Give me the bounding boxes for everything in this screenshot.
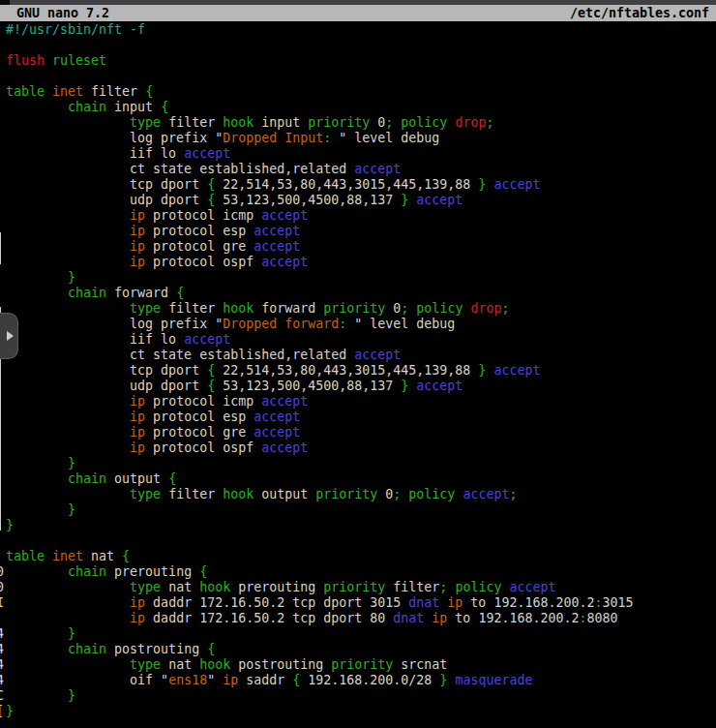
clipped-glyph: C [0, 688, 4, 704]
code-line: type filter hook input priority 0; polic… [6, 115, 634, 131]
clipped-glyph: 4 [0, 657, 4, 673]
code-line: table inet filter { [6, 84, 634, 100]
code-line: ip protocol icmp accept [6, 394, 634, 410]
left-edge-artifact-line [0, 232, 1, 264]
expand-right-arrow-icon [7, 331, 14, 341]
code-line: tcp dport { 22,514,53,80,443,3015,445,13… [6, 363, 634, 379]
code-line: ct state established,related accept [6, 348, 634, 363]
code-line: type nat hook postrouting priority srcna… [6, 657, 634, 673]
code-line: } [6, 518, 634, 533]
code-line: udp dport { 53,123,500,4500,88,137 } acc… [6, 193, 634, 208]
code-line: flush ruleset [6, 53, 634, 69]
code-line: iif lo accept [6, 332, 634, 348]
clipped-glyph: 0 [0, 564, 4, 580]
side-panel-toggle-handle[interactable] [0, 313, 18, 359]
code-line: ip protocol ospf accept [6, 440, 634, 456]
code-line: udp dport { 53,123,500,4500,88,137 } acc… [6, 379, 634, 394]
code-line: table inet nat { [6, 549, 634, 564]
nano-editor-text[interactable]: #!/usr/sbin/nft -fflush rulesettable ine… [6, 22, 634, 719]
code-line: oif "ens18" ip saddr { 192.168.200.0/28 … [6, 673, 634, 688]
clipped-glyph: 4 [0, 642, 4, 657]
clipped-glyph: I [0, 595, 4, 611]
clipped-glyph: 4 [0, 626, 4, 642]
code-line: ip protocol esp accept [6, 224, 634, 239]
code-line: iif lo accept [6, 146, 634, 162]
code-line: ip protocol gre accept [6, 239, 634, 255]
code-line [6, 533, 634, 549]
code-line: } [6, 688, 634, 704]
code-line: log prefix "Dropped Input: " level debug [6, 131, 634, 146]
code-line: log prefix "Dropped forward: " level deb… [6, 317, 634, 332]
code-line: ip daddr 172.16.50.2 tcp dport 3015 dnat… [6, 595, 634, 611]
code-line: tcp dport { 22,514,53,80,443,3015,445,13… [6, 177, 634, 193]
code-line: type filter hook forward priority 0; pol… [6, 301, 634, 317]
clipped-glyph: 0 [0, 580, 4, 595]
code-line: chain postrouting { [6, 642, 634, 657]
code-line: } [6, 270, 634, 286]
code-line: } [6, 502, 634, 518]
code-line: ip protocol ospf accept [6, 255, 634, 270]
code-line: chain input { [6, 100, 634, 115]
code-line: type nat hook prerouting priority filter… [6, 580, 634, 595]
code-line: chain output { [6, 471, 634, 487]
open-file-path: /etc/nftables.conf [570, 5, 709, 21]
code-line: chain prerouting { [6, 564, 634, 580]
code-line: ip protocol gre accept [6, 425, 634, 440]
code-line: } [6, 626, 634, 642]
clipped-glyph: [ [0, 704, 4, 719]
code-line: ct state established,related accept [6, 162, 634, 177]
code-line: ip protocol esp accept [6, 410, 634, 425]
code-line [6, 69, 634, 84]
code-line: } [6, 456, 634, 471]
code-line: ip daddr 172.16.50.2 tcp dport 80 dnat i… [6, 611, 634, 626]
nano-titlebar: GNU nano 7.2 /etc/nftables.conf [0, 5, 716, 21]
code-line: ip protocol icmp accept [6, 208, 634, 224]
code-line [6, 38, 634, 53]
clipped-glyph: 4 [0, 673, 4, 688]
nano-version-title: GNU nano 7.2 [16, 5, 109, 21]
code-line: chain forward { [6, 286, 634, 301]
code-line: #!/usr/sbin/nft -f [6, 22, 634, 38]
code-line: } [6, 704, 634, 719]
code-line: type filter hook output priority 0; poli… [6, 487, 634, 502]
